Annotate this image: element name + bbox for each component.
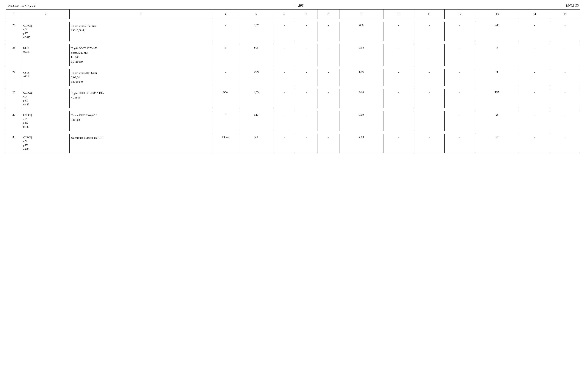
row-spacer [6,66,580,69]
row-val9: 0,34 [339,44,384,66]
row-val8: - [317,44,339,66]
row-val12: - [444,69,475,86]
row-val10: - [384,22,414,41]
row-val8: - [317,111,339,131]
row-val9: 668 [339,22,384,41]
col-header-14: 14 [519,10,550,19]
row-val9: 4,63 [339,134,384,153]
row-unit: т [212,22,239,41]
row-val5: 0,67 [239,22,273,41]
row-val9: 7,99 [339,111,384,131]
row-number: 28 [6,89,22,108]
row-val15: - [550,69,580,86]
row-val12: - [444,89,475,108]
row-unit: м [212,44,239,66]
col-header-4: 4 [212,10,239,19]
row-val15: - [550,44,580,66]
row-val15: - [550,22,580,41]
row-val6: - [273,69,295,86]
row-val13: 3 [475,69,519,86]
col-header-12: 12 [444,10,475,19]
col-header-5: 5 [239,10,273,19]
row-val14: - [519,22,550,41]
row-desc: Труба ПНП IIOхII,8"с" IОм 4,2хI,03 [70,89,212,108]
row-val11: - [414,134,445,153]
row-val7: - [295,44,317,66]
row-val13: IO7 [475,89,519,108]
row-val10: - [384,69,414,86]
row-val6: - [273,134,295,153]
row-number: 25 [6,22,22,41]
row-val15: - [550,89,580,108]
row-val11: - [414,44,445,66]
row-val14: - [519,134,550,153]
row-val8: - [317,69,339,86]
row-val5: 23,9 [239,69,273,86]
row-unit: IO шт. [212,134,239,153]
row-unit: м [212,69,239,86]
row-val14: - [519,111,550,131]
row-desc: То же, диам.I4хI,6 мм 23хI,04 0,I2хI,089 [70,69,212,86]
row-ref: ССРСЦ ч.У р.IX п.633 [22,134,70,153]
row-val8: - [317,134,339,153]
header-row: 1 2 3 4 5 6 7 8 9 10 11 12 13 14 15 [6,10,580,19]
row-val11: - [414,22,445,41]
row-unit: " [212,111,239,131]
row-val10: - [384,134,414,153]
row-spacer [6,86,580,89]
row-desc: То же, ПНП 63х6,8"с" 3,IхI,03 [70,111,212,131]
header-center: — 396— [294,4,307,8]
row-val14: - [519,69,550,86]
row-val11: - [414,89,445,108]
row-ref: ССРСЦ ч.У р.IX п.488 [22,89,70,108]
row-val14: - [519,89,550,108]
row-val8: - [317,22,339,41]
row-spacer [6,108,580,111]
row-val6: - [273,111,295,131]
row-unit: IОм [212,89,239,108]
main-table: 1 2 3 4 5 6 7 8 9 10 11 12 13 14 15 25СС… [6,9,580,153]
table-row: 28ССРСЦ ч.У р.IX п.488Труба ПНП IIOхII,8… [6,89,580,108]
col-header-9: 9 [339,10,384,19]
row-val13: 448 [475,22,519,41]
row-val11: - [414,69,445,86]
row-val6: - [273,22,295,41]
row-val5: 5,9 [239,134,273,153]
row-val13: 5 [475,44,519,66]
col-header-3: 3 [70,10,212,19]
table-row: 27OI-I3 тб.3.IТо же, диам.I4хI,6 мм 23хI… [6,69,580,86]
row-spacer [6,131,580,134]
row-number: 29 [6,111,22,131]
col-header-10: 10 [384,10,414,19]
row-val15: - [550,134,580,153]
row-number: 27 [6,69,22,86]
row-number: 26 [6,44,22,66]
row-spacer [6,41,580,44]
row-val10: - [384,44,414,66]
row-val5: I4,6 [239,44,273,66]
row-val5: 3,I9 [239,111,273,131]
row-val7: - [295,111,317,131]
header-left: 903-I-200. Ал.I3.5,кн.4 [8,4,35,8]
col-header-2: 2 [22,10,70,19]
col-header-8: 8 [317,10,339,19]
row-val12: - [444,22,475,41]
row-val12: - [444,111,475,131]
row-val12: - [444,134,475,153]
row-val10: - [384,89,414,108]
table-row: 29ССРСЦ ч.У р.IX п.485То же, ПНП 63х6,8"… [6,111,580,131]
row-val13: 27 [475,134,519,153]
row-desc: Фасонные изделия из ПНП [70,134,212,153]
row-val14: - [519,44,550,66]
table-row: 30ССРСЦ ч.У р.IX п.633Фасонные изделия и… [6,134,580,153]
col-header-13: 13 [475,10,519,19]
col-header-7: 7 [295,10,317,19]
row-val7: - [295,22,317,41]
row-val9: 0,I3 [339,69,384,86]
row-number: 30 [6,134,22,153]
row-desc: То же, диам.57х3 мм 690х0,88хI,I [70,22,212,41]
row-val6: - [273,44,295,66]
row-val13: 26 [475,111,519,131]
row-val10: - [384,111,414,131]
row-ref: ССРСЦ ч.У р.IX п.3317 [22,22,70,41]
